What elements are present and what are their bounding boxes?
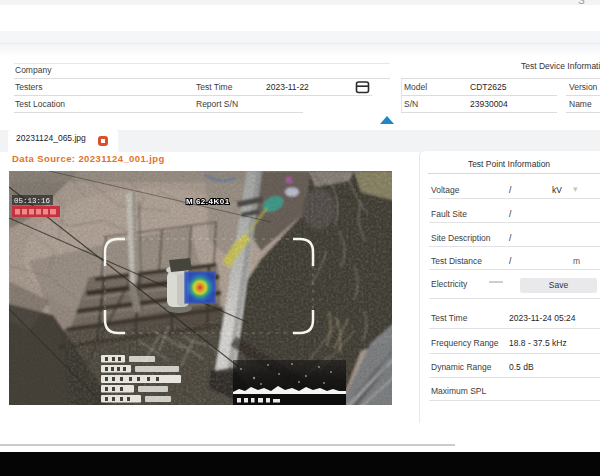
svg-text:M 62.4K01: M 62.4K01: [186, 197, 230, 206]
svg-text:05:13:16: 05:13:16: [14, 197, 51, 205]
